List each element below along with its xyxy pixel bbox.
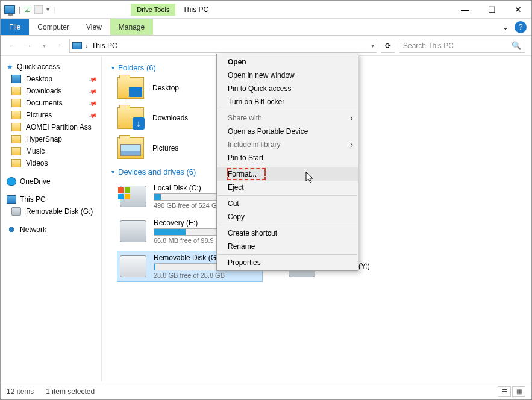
contextual-tab-drive-tools: Drive Tools (131, 4, 175, 16)
qat-dropdown-icon[interactable]: ▾ (46, 6, 49, 13)
context-menu: Open Open in new window Pin to Quick acc… (216, 54, 358, 271)
qat-divider: | (19, 5, 20, 14)
cloud-icon (7, 177, 16, 186)
maximize-button[interactable]: ☐ (478, 1, 505, 19)
title-bar: | ☑ ▾ | Drive Tools This PC — ☐ ✕ (1, 1, 531, 19)
ctx-open[interactable]: Open (217, 55, 358, 69)
nav-documents[interactable]: Documents📌 (1, 97, 101, 109)
nav-network[interactable]: Network (1, 223, 101, 236)
ctx-pin-quick-access[interactable]: Pin to Quick access (217, 82, 358, 95)
nav-downloads[interactable]: Downloads📌 (1, 85, 101, 97)
minimize-button[interactable]: — (452, 1, 478, 19)
nav-onedrive[interactable]: OneDrive (1, 175, 101, 187)
ctx-rename[interactable]: Rename (217, 240, 358, 253)
ctx-include-library[interactable]: Include in library (217, 138, 358, 151)
tab-manage[interactable]: Manage (110, 19, 153, 35)
drive-icon (120, 255, 146, 277)
up-button[interactable]: ↑ (54, 40, 66, 52)
drive-icon (120, 186, 146, 207)
ribbon-expand-icon[interactable]: ⌄ (499, 19, 512, 35)
qat-item-icon[interactable] (34, 5, 43, 14)
ctx-format[interactable]: Format... (217, 167, 358, 181)
nav-pictures[interactable]: Pictures📌 (1, 109, 101, 121)
desktop-icon (11, 75, 21, 83)
disk-icon (11, 207, 21, 216)
ctx-create-shortcut[interactable]: Create shortcut (217, 227, 358, 240)
folder-icon (11, 147, 21, 155)
pc-icon (7, 195, 16, 204)
nav-music[interactable]: Music (1, 145, 101, 157)
ctx-share-with[interactable]: Share with (217, 111, 358, 125)
nav-this-pc[interactable]: This PC (1, 193, 101, 205)
ctx-eject[interactable]: Eject (217, 181, 358, 194)
chevron-down-icon: ▾ (111, 169, 114, 175)
folder-icon (11, 159, 21, 167)
drive-icon (120, 220, 146, 242)
qat-check-icon[interactable]: ☑ (24, 5, 31, 14)
status-selection: 1 item selected (46, 387, 95, 396)
chevron-down-icon: ▾ (111, 64, 114, 71)
star-icon: ★ (7, 63, 13, 71)
ctx-portable-device[interactable]: Open as Portable Device (217, 125, 358, 138)
nav-hypersnap[interactable]: HyperSnap (1, 133, 101, 145)
folder-icon (11, 123, 21, 131)
tab-view[interactable]: View (78, 19, 110, 35)
nav-aomei[interactable]: AOMEI Partition Ass (1, 121, 101, 133)
qat-separator: | (53, 5, 55, 14)
nav-videos[interactable]: Videos (1, 157, 101, 169)
pin-icon: 📌 (88, 74, 98, 84)
breadcrumb-chevron-icon[interactable]: › (86, 42, 88, 50)
forward-button[interactable]: → (22, 40, 34, 52)
pin-icon: 📌 (88, 98, 98, 108)
nav-quick-access[interactable]: ★Quick access (1, 61, 101, 73)
search-icon[interactable]: 🔍 (512, 41, 521, 50)
ribbon-tabs: File Computer View Manage ⌄ ? (1, 19, 531, 36)
status-bar: 12 items 1 item selected ☰ ▦ (1, 383, 531, 399)
nav-desktop[interactable]: Desktop📌 (1, 73, 101, 85)
folder-icon (117, 107, 144, 129)
ctx-bitlocker[interactable]: Turn on BitLocker (217, 95, 358, 108)
recent-dropdown-icon[interactable]: ▾ (38, 40, 50, 52)
folder-icon (11, 111, 21, 119)
address-dropdown-icon[interactable]: ▾ (371, 42, 374, 49)
tab-file[interactable]: File (1, 19, 29, 35)
close-button[interactable]: ✕ (505, 1, 531, 19)
address-bar: ← → ▾ ↑ › This PC ▾ ⟳ Search This PC 🔍 (1, 36, 531, 56)
pin-icon: 📌 (88, 110, 98, 120)
view-tiles-button[interactable]: ▦ (512, 386, 525, 397)
breadcrumb-location[interactable]: This PC (92, 42, 117, 50)
help-icon[interactable]: ? (515, 21, 527, 33)
status-item-count: 12 items (7, 387, 34, 396)
pin-icon: 📌 (88, 86, 98, 96)
navigation-pane: ★Quick access Desktop📌 Downloads📌 Docume… (1, 56, 102, 381)
folder-icon (117, 137, 144, 159)
tab-computer[interactable]: Computer (29, 19, 78, 35)
network-icon (7, 225, 16, 234)
folder-icon (117, 77, 144, 99)
location-icon (72, 42, 82, 49)
view-details-button[interactable]: ☰ (498, 386, 511, 397)
window-title: This PC (183, 5, 208, 14)
folder-icon (11, 87, 21, 95)
folder-icon (11, 135, 21, 143)
address-box[interactable]: › This PC ▾ (69, 39, 377, 53)
nav-removable-disk[interactable]: Removable Disk (G:) (1, 205, 101, 217)
folder-icon (11, 99, 21, 107)
ctx-open-new-window[interactable]: Open in new window (217, 69, 358, 82)
app-icon (4, 5, 15, 14)
ctx-properties[interactable]: Properties (217, 256, 358, 269)
ctx-cut[interactable]: Cut (217, 197, 358, 210)
refresh-button[interactable]: ⟳ (381, 39, 395, 53)
search-input[interactable]: Search This PC 🔍 (399, 39, 525, 53)
ctx-copy[interactable]: Copy (217, 210, 358, 223)
drive-free: 28.8 GB free of 28.8 GB (154, 272, 250, 279)
back-button[interactable]: ← (7, 40, 19, 52)
ctx-pin-start[interactable]: Pin to Start (217, 151, 358, 164)
search-placeholder: Search This PC (403, 42, 454, 50)
